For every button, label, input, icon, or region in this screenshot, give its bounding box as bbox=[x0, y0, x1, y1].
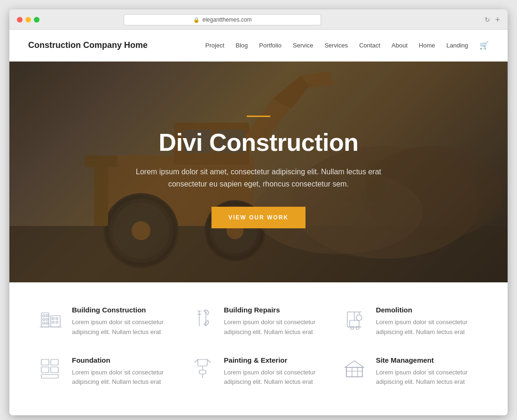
svg-rect-25 bbox=[43, 315, 45, 317]
svg-rect-27 bbox=[43, 319, 45, 320]
svg-line-59 bbox=[195, 359, 198, 363]
service-painting-title: Painting & Exterior bbox=[224, 356, 327, 364]
building-icon-svg bbox=[39, 307, 63, 331]
building-repairs-icon bbox=[189, 306, 215, 332]
painting-icon bbox=[189, 356, 215, 382]
service-site-management-text: Site Management Lorem ipsum dolor sit co… bbox=[376, 356, 479, 388]
service-demolition-title: Demolition bbox=[376, 306, 479, 314]
svg-rect-51 bbox=[41, 367, 49, 373]
nav-about[interactable]: About bbox=[392, 42, 407, 49]
svg-rect-52 bbox=[51, 367, 58, 373]
nav-portfolio[interactable]: Portfolio bbox=[259, 42, 282, 49]
browser-chrome: 🔒 elegantthemes.com ↻ + bbox=[9, 9, 508, 30]
maximize-button[interactable] bbox=[34, 17, 39, 23]
nav-services[interactable]: Services bbox=[324, 42, 348, 49]
svg-rect-56 bbox=[199, 370, 206, 374]
svg-rect-53 bbox=[41, 374, 58, 378]
svg-rect-49 bbox=[41, 359, 49, 365]
service-foundation-text: Foundation Lorem ipsum dolor sit consect… bbox=[72, 356, 175, 388]
service-building-construction-title: Building Construction bbox=[72, 306, 175, 314]
service-building-repairs-desc: Lorem ipsum dolor sit consectetur adipis… bbox=[224, 318, 327, 337]
svg-rect-33 bbox=[52, 321, 54, 323]
hero-divider bbox=[247, 116, 270, 117]
service-building-construction-desc: Lorem ipsum dolor sit consectetur adipis… bbox=[72, 318, 175, 337]
site-management-icon-svg bbox=[343, 357, 366, 381]
service-painting: Painting & Exterior Lorem ipsum dolor si… bbox=[189, 356, 327, 388]
demolition-icon-svg bbox=[343, 307, 366, 331]
service-building-construction-text: Building Construction Lorem ipsum dolor … bbox=[72, 306, 175, 337]
traffic-lights bbox=[17, 17, 39, 23]
hero-content: Divi Construction Lorem ipsum dolor sit … bbox=[103, 116, 414, 228]
foundation-icon-svg bbox=[39, 357, 63, 381]
svg-line-58 bbox=[207, 359, 211, 363]
service-painting-text: Painting & Exterior Lorem ipsum dolor si… bbox=[224, 356, 327, 388]
service-site-management: Site Management Lorem ipsum dolor sit co… bbox=[342, 356, 479, 388]
svg-rect-26 bbox=[46, 315, 48, 317]
nav-service[interactable]: Service bbox=[293, 42, 313, 49]
site-management-icon bbox=[342, 356, 368, 382]
svg-rect-41 bbox=[350, 320, 359, 327]
service-painting-desc: Lorem ipsum dolor sit consectetur adipis… bbox=[224, 368, 327, 388]
service-foundation-title: Foundation bbox=[72, 356, 175, 364]
service-foundation-desc: Lorem ipsum dolor sit consectetur adipis… bbox=[72, 368, 175, 388]
service-demolition-text: Demolition Lorem ipsum dolor sit consect… bbox=[376, 306, 479, 337]
nav-contact[interactable]: Contact bbox=[359, 42, 380, 49]
svg-rect-29 bbox=[43, 322, 45, 324]
address-bar[interactable]: 🔒 elegantthemes.com bbox=[124, 14, 321, 25]
service-site-management-desc: Lorem ipsum dolor sit consectetur adipis… bbox=[376, 368, 479, 388]
svg-rect-28 bbox=[46, 319, 48, 320]
svg-rect-34 bbox=[56, 321, 58, 323]
service-foundation: Foundation Lorem ipsum dolor sit consect… bbox=[38, 356, 175, 388]
svg-marker-67 bbox=[345, 361, 364, 367]
nav-project[interactable]: Project bbox=[205, 42, 224, 49]
service-building-construction: Building Construction Lorem ipsum dolor … bbox=[38, 306, 175, 337]
hero-section: Divi Construction Lorem ipsum dolor sit … bbox=[9, 62, 508, 282]
service-demolition: Demolition Lorem ipsum dolor sit consect… bbox=[342, 306, 479, 337]
cart-icon[interactable]: 🛒 bbox=[479, 41, 489, 50]
service-building-repairs-text: Building Repairs Lorem ipsum dolor sit c… bbox=[224, 306, 327, 337]
service-demolition-desc: Lorem ipsum dolor sit consectetur adipis… bbox=[376, 318, 479, 337]
building-construction-icon bbox=[38, 306, 63, 332]
svg-rect-50 bbox=[51, 359, 58, 365]
painting-icon-svg bbox=[191, 357, 214, 381]
demolition-icon bbox=[342, 306, 368, 332]
svg-rect-61 bbox=[346, 367, 362, 377]
nav-blog[interactable]: Blog bbox=[235, 42, 248, 49]
svg-rect-31 bbox=[52, 318, 54, 319]
svg-rect-54 bbox=[198, 359, 207, 366]
hero-title: Divi Construction bbox=[122, 128, 395, 156]
main-nav: Project Blog Portfolio Service Services … bbox=[205, 41, 489, 50]
reload-button[interactable]: ↻ bbox=[485, 16, 490, 23]
nav-landing[interactable]: Landing bbox=[446, 42, 468, 49]
foundation-icon bbox=[38, 356, 63, 382]
hero-subtitle: Lorem ipsum dolor sit amet, consectetur … bbox=[122, 166, 395, 190]
ssl-lock-icon: 🔒 bbox=[193, 17, 200, 23]
services-grid: Building Construction Lorem ipsum dolor … bbox=[38, 306, 479, 387]
site-logo[interactable]: Construction Company Home bbox=[28, 40, 148, 50]
site-header: Construction Company Home Project Blog P… bbox=[9, 30, 508, 62]
hero-cta-button[interactable]: VIEW OUR WORK bbox=[212, 207, 306, 228]
close-button[interactable] bbox=[17, 17, 23, 23]
service-site-management-title: Site Management bbox=[376, 356, 479, 364]
repairs-icon-svg bbox=[191, 307, 214, 331]
url-text: elegantthemes.com bbox=[203, 16, 252, 23]
service-building-repairs: Building Repairs Lorem ipsum dolor sit c… bbox=[189, 306, 327, 337]
service-building-repairs-title: Building Repairs bbox=[224, 306, 327, 314]
services-section: Building Construction Lorem ipsum dolor … bbox=[9, 282, 508, 415]
nav-home[interactable]: Home bbox=[419, 42, 435, 49]
minimize-button[interactable] bbox=[25, 17, 31, 23]
svg-point-45 bbox=[356, 315, 362, 320]
new-tab-button[interactable]: + bbox=[495, 16, 500, 24]
svg-rect-30 bbox=[46, 322, 48, 324]
svg-rect-32 bbox=[56, 318, 58, 319]
